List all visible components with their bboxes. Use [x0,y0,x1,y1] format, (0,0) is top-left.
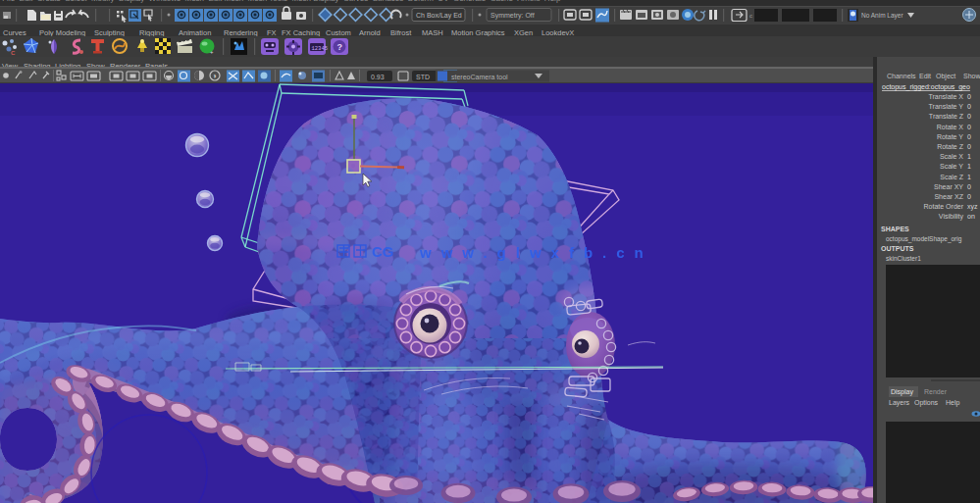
svg-text:Scale Z: Scale Z [940,174,963,180]
svg-text:Object: Object [936,73,955,80]
svg-text:◑: ◑ [212,72,217,80]
svg-text:Sculpting: Sculpting [94,28,125,36]
svg-text:Ch Box/Lay Ed: Ch Box/Lay Ed [416,12,462,20]
svg-text:xyz: xyz [967,203,978,211]
svg-text:Scale Y: Scale Y [940,163,963,170]
svg-text:Scale X: Scale X [940,153,963,160]
svg-text:SHAPES: SHAPES [881,226,909,232]
svg-text:0: 0 [967,113,971,120]
svg-text:Curves: Curves [3,28,26,36]
svg-text:Custom: Custom [326,28,351,36]
svg-text:12345: 12345 [312,45,329,52]
svg-text:Render: Render [924,388,948,395]
svg-text:CG: CG [372,243,394,260]
svg-text:C: C [11,50,16,56]
svg-text:OUTPUTS: OUTPUTS [881,245,914,252]
svg-text:Show: Show [963,73,980,79]
svg-text:Translate Z: Translate Z [929,113,964,120]
svg-text:MASH: MASH [422,28,443,36]
svg-text:0: 0 [967,143,971,150]
svg-text:Rotate Z: Rotate Z [937,143,964,150]
svg-text:skinCluster1: skinCluster1 [886,255,921,262]
svg-text:Translate Y: Translate Y [929,103,964,110]
svg-text:0.93: 0.93 [371,74,385,80]
svg-text:Arnold: Arnold [359,28,381,36]
svg-text:0: 0 [967,133,971,140]
svg-text:0: 0 [967,183,971,190]
svg-text:1: 1 [967,163,971,170]
svg-text:Poly Modeling: Poly Modeling [39,28,85,36]
svg-text:Rotate Y: Rotate Y [937,133,963,140]
svg-text:Motion Graphics: Motion Graphics [451,28,505,36]
svg-text:Symmetry: Off: Symmetry: Off [490,12,535,20]
svg-text:c: c [749,13,752,19]
svg-text:STD: STD [416,74,430,80]
svg-text:FX Caching: FX Caching [282,28,320,36]
svg-text:Rotate Order: Rotate Order [924,203,964,210]
svg-text:Visibility: Visibility [939,213,964,221]
svg-text:www.glwxfb.cn: www.glwxfb.cn [419,244,653,261]
svg-text:Animation: Animation [179,28,211,36]
svg-text:0: 0 [967,93,971,100]
svg-text:Rotate X: Rotate X [937,124,964,130]
svg-text:0: 0 [967,193,971,200]
svg-text:Options: Options [914,399,939,407]
svg-text:Help: Help [946,399,960,407]
svg-text:1: 1 [967,174,971,180]
svg-text:Shear XY: Shear XY [934,183,963,190]
svg-text:FX: FX [267,28,277,36]
svg-text:Shear XZ: Shear XZ [934,193,963,200]
svg-text:1: 1 [967,153,971,160]
svg-text:octopus_rigged:octopus_geo: octopus_rigged:octopus_geo [882,83,970,91]
svg-text:No Anim Layer: No Anim Layer [861,12,903,20]
svg-text:Display: Display [891,388,913,396]
svg-text:Rigging: Rigging [139,28,164,36]
svg-text:Channels: Channels [887,73,916,79]
svg-text:stereoCamera tool: stereoCamera tool [451,74,508,80]
svg-text:?: ? [337,42,343,52]
svg-text:on: on [967,213,975,220]
svg-text:+: + [210,49,214,55]
svg-text:0: 0 [967,124,971,130]
svg-text:Edit: Edit [919,73,931,79]
svg-text:0: 0 [967,103,971,110]
svg-text:XGen: XGen [514,28,533,36]
svg-text:Rendering: Rendering [224,28,258,36]
svg-text:octopus_modelShape_orig: octopus_modelShape_orig [886,235,962,243]
svg-text:Bifrost: Bifrost [390,28,412,36]
svg-text:LookdevX: LookdevX [542,28,574,36]
svg-text:Layers: Layers [889,399,910,407]
svg-text:Translate X: Translate X [928,93,963,100]
